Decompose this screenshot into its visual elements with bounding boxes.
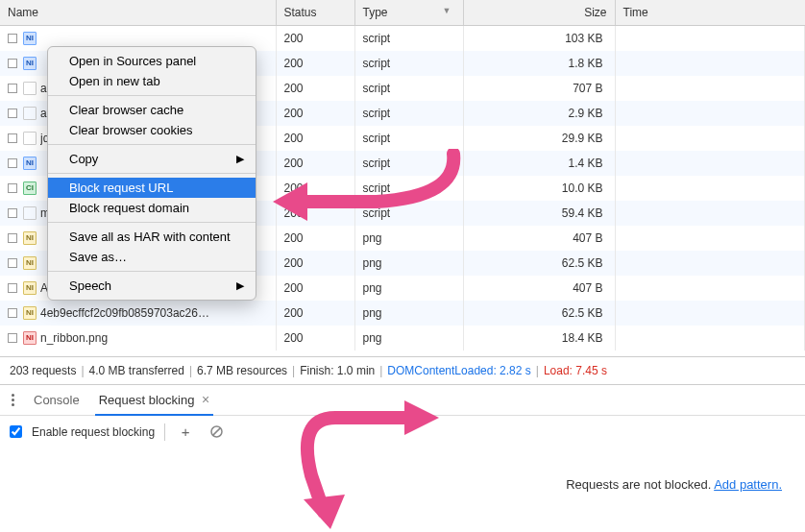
row-time <box>615 151 805 176</box>
enable-blocking-checkbox[interactable] <box>10 425 22 438</box>
menu-speech[interactable]: Speech▶ <box>48 276 256 296</box>
file-type-icon: CI <box>23 181 37 195</box>
table-header-row: Name Status Type▼ Size Time <box>0 0 805 26</box>
row-status: 200 <box>276 126 354 151</box>
menu-clear-cookies[interactable]: Clear browser cookies <box>48 120 256 140</box>
row-type: png <box>354 226 463 251</box>
row-type: script <box>354 51 463 76</box>
row-size: 707 B <box>463 76 615 101</box>
row-type: script <box>354 201 463 226</box>
context-menu: Open in Sources panel Open in new tab Cl… <box>47 46 256 301</box>
table-row[interactable]: NIn_ribbon.png200png18.4 KB <box>0 326 805 351</box>
col-header-time[interactable]: Time <box>615 0 805 26</box>
menu-save-as[interactable]: Save as… <box>48 247 256 267</box>
col-header-type[interactable]: Type▼ <box>354 0 463 26</box>
menu-separator <box>48 271 256 272</box>
row-time <box>615 276 805 301</box>
row-status: 200 <box>276 326 354 351</box>
row-size: 103 KB <box>463 26 615 51</box>
row-status: 200 <box>276 251 354 276</box>
row-status: 200 <box>276 101 354 126</box>
row-status: 200 <box>276 151 354 176</box>
row-type: script <box>354 26 463 51</box>
row-size: 62.5 KB <box>463 251 615 276</box>
col-header-status[interactable]: Status <box>276 0 354 26</box>
drawer-menu-icon[interactable] <box>8 390 18 410</box>
svg-line-1 <box>212 428 220 436</box>
row-status: 200 <box>276 276 354 301</box>
row-checkbox[interactable] <box>8 308 17 318</box>
row-time <box>615 26 805 51</box>
close-icon[interactable]: × <box>202 392 209 407</box>
tab-console[interactable]: Console <box>30 386 84 414</box>
row-checkbox[interactable] <box>8 333 17 343</box>
row-checkbox[interactable] <box>8 84 17 93</box>
row-size: 2.9 KB <box>463 101 615 126</box>
row-status: 200 <box>276 301 354 326</box>
row-checkbox[interactable] <box>8 233 17 243</box>
status-domcontentloaded: DOMContentLoaded: 2.82 s <box>387 364 530 377</box>
menu-open-sources[interactable]: Open in Sources panel <box>48 51 256 71</box>
row-size: 1.8 KB <box>463 51 615 76</box>
row-checkbox[interactable] <box>8 133 17 143</box>
row-status: 200 <box>276 76 354 101</box>
row-checkbox[interactable] <box>8 59 17 68</box>
row-status: 200 <box>276 226 354 251</box>
row-checkbox[interactable] <box>8 158 17 168</box>
menu-separator <box>48 173 256 174</box>
file-type-icon: NI <box>23 157 37 170</box>
file-type-icon <box>23 206 37 220</box>
file-type-icon: NI <box>23 306 37 320</box>
sort-desc-icon: ▼ <box>443 6 451 15</box>
menu-block-url[interactable]: Block request URL <box>48 178 256 198</box>
menu-clear-cache[interactable]: Clear browser cache <box>48 100 256 120</box>
row-size: 1.4 KB <box>463 151 615 176</box>
row-type: script <box>354 176 463 201</box>
row-time <box>615 226 805 251</box>
row-type: script <box>354 151 463 176</box>
menu-separator <box>48 144 256 145</box>
menu-open-new-tab[interactable]: Open in new tab <box>48 71 256 91</box>
row-size: 407 B <box>463 276 615 301</box>
row-checkbox[interactable] <box>8 183 17 193</box>
table-row[interactable]: NI4eb9ecffcf2c09fb0859703ac26…200png62.5… <box>0 301 805 326</box>
row-time <box>615 51 805 76</box>
row-type: script <box>354 101 463 126</box>
row-status: 200 <box>276 51 354 76</box>
row-size: 29.9 KB <box>463 126 615 151</box>
col-header-size[interactable]: Size <box>463 0 615 26</box>
col-header-name[interactable]: Name <box>0 0 276 26</box>
row-checkbox[interactable] <box>8 258 17 268</box>
status-load: Load: 7.45 s <box>544 364 607 377</box>
row-time <box>615 76 805 101</box>
menu-block-domain[interactable]: Block request domain <box>48 198 256 218</box>
file-type-icon: NI <box>23 281 37 295</box>
add-pattern-link[interactable]: Add pattern. <box>714 477 782 492</box>
row-checkbox[interactable] <box>8 208 17 218</box>
status-transferred: 4.0 MB transferred <box>89 364 184 377</box>
row-type: script <box>354 126 463 151</box>
menu-copy[interactable]: Copy▶ <box>48 149 256 169</box>
file-type-icon <box>23 132 37 145</box>
blocking-empty-state: Requests are not blocked. Add pattern. <box>0 448 805 520</box>
row-checkbox[interactable] <box>8 34 17 43</box>
row-name: 4eb9ecffcf2c09fb0859703ac26… <box>40 306 209 320</box>
file-type-icon: NI <box>23 331 37 345</box>
tab-request-blocking[interactable]: Request blocking × <box>95 385 214 416</box>
row-name: n_ribbon.png <box>40 331 108 345</box>
row-time <box>615 176 805 201</box>
menu-separator <box>48 222 256 223</box>
status-resources: 6.7 MB resources <box>197 364 287 377</box>
row-type: script <box>354 76 463 101</box>
row-status: 200 <box>276 201 354 226</box>
submenu-arrow-icon: ▶ <box>236 153 244 165</box>
row-checkbox[interactable] <box>8 109 17 118</box>
status-requests: 203 requests <box>10 364 76 377</box>
row-type: png <box>354 326 463 351</box>
row-status: 200 <box>276 26 354 51</box>
row-checkbox[interactable] <box>8 283 17 293</box>
clear-patterns-button[interactable] <box>206 422 227 443</box>
row-time <box>615 126 805 151</box>
add-pattern-button[interactable]: + <box>175 422 196 443</box>
menu-save-har[interactable]: Save all as HAR with content <box>48 227 256 247</box>
